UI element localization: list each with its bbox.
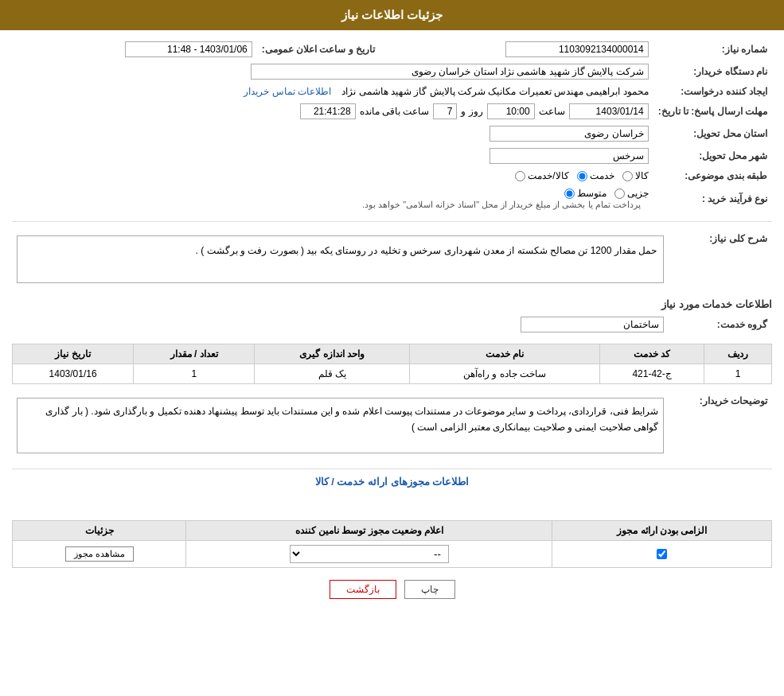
permit-status-row: --: [193, 545, 545, 563]
process-radio-juzyi[interactable]: [614, 189, 625, 199]
description-table: شرح کلی نیاز: حمل مقدار 1200 تن مصالح شک…: [12, 228, 772, 290]
response-remaining-label: ساعت باقی مانده: [360, 106, 430, 117]
permits-table-body: -- مشاهده مجوز: [13, 541, 772, 568]
response-days: 7: [433, 103, 457, 119]
process-label-juzyi: جزیی: [627, 188, 649, 199]
process-option-juzyi: جزیی: [614, 188, 649, 199]
permit-status-select[interactable]: --: [290, 545, 449, 563]
col-row: ردیف: [704, 344, 772, 364]
table-row: نام دستگاه خریدار: شرکت پالایش گاز شهید …: [12, 60, 772, 83]
response-days-label: روز و: [461, 106, 482, 117]
process-label: نوع فرآیند خرید :: [653, 185, 772, 213]
col-qty: تعداد / مقدار: [134, 344, 255, 364]
table-row: -- مشاهده مجوز: [13, 541, 772, 568]
table-row: شرح کلی نیاز: حمل مقدار 1200 تن مصالح شک…: [12, 228, 772, 290]
province-label: استان محل تحویل:: [653, 122, 772, 145]
process-radio-mutawasat[interactable]: [564, 189, 575, 199]
print-button[interactable]: چاپ: [404, 580, 455, 599]
table-row: شماره نیاز: 1103092134000014 تاریخ و ساع…: [12, 38, 772, 60]
info-table: شماره نیاز: 1103092134000014 تاریخ و ساع…: [12, 38, 772, 213]
col-date: تاریخ نیاز: [13, 344, 134, 364]
services-table-body: 1 ج-42-421 ساخت جاده و راه‌آهن یک قلم 1 …: [13, 364, 772, 384]
category-label: طبقه بندی موضوعی:: [653, 167, 772, 185]
table-row: گروه خدمت: ساختمان: [12, 313, 772, 336]
process-note: پرداخت تمام یا بخشی از مبلغ خریدار از مح…: [362, 200, 641, 209]
buyer-notes-table: توضیحات خریدار: شرایط فنی، قراردادی، پرد…: [12, 391, 772, 461]
service-code-1: ج-42-421: [600, 364, 704, 384]
process-radio-group: متوسط جزیی: [17, 188, 649, 199]
permits-table: الزامی بودن ارائه مجوز اعلام وضعیت مجوز …: [12, 520, 772, 568]
creator-value: محمود ابراهیمی مهندس تعمیرات مکانیک شرکت…: [341, 86, 648, 97]
permits-section-label: اطلاعات مجوزهای ارائه خدمت / کالا: [12, 469, 772, 488]
buyer-name-value: شرکت پالایش گاز شهید هاشمی نژاد استان خر…: [251, 64, 649, 80]
services-table-header: ردیف کد خدمت نام خدمت واحد اندازه گیری ت…: [13, 344, 772, 364]
response-time: 10:00: [487, 103, 535, 119]
service-qty-1: 1: [134, 364, 255, 384]
table-row: طبقه بندی موضوعی: کالا/خدمت خدمت کالا: [12, 167, 772, 185]
province-value: خراسان رضوی: [490, 126, 649, 142]
service-group-table: گروه خدمت: ساختمان: [12, 313, 772, 336]
table-row: توضیحات خریدار: شرایط فنی، قراردادی، پرد…: [12, 391, 772, 461]
buyer-notes-value: شرایط فنی، قراردادی، پرداخت و سایر موضوع…: [17, 398, 664, 453]
city-value: سرخس: [490, 148, 649, 164]
divider-1: [12, 221, 772, 222]
need-number-label: شماره نیاز:: [653, 38, 772, 60]
back-button[interactable]: بازگشت: [330, 580, 396, 599]
permit-required-1: [552, 541, 772, 568]
process-label-mutawasat: متوسط: [577, 188, 607, 199]
category-radio-group: کالا/خدمت خدمت کالا: [17, 170, 649, 181]
permit-required-checkbox[interactable]: [657, 549, 667, 559]
need-number-value: 1103092134000014: [505, 41, 649, 57]
service-unit-1: یک قلم: [255, 364, 410, 384]
category-option-kala-khedmat: کالا/خدمت: [515, 170, 568, 181]
announce-datetime-value: 1403/01/06 - 11:48: [125, 41, 252, 57]
permit-details-1: مشاهده مجوز: [13, 541, 186, 568]
permits-col-details: جزئیات: [13, 521, 186, 541]
contact-link[interactable]: اطلاعات تماس خریدار: [244, 86, 331, 97]
service-group-label: گروه خدمت:: [669, 313, 772, 336]
response-remaining: 21:41:28: [300, 103, 356, 119]
table-row: ردیف کد خدمت نام خدمت واحد اندازه گیری ت…: [13, 344, 772, 364]
table-row: 1 ج-42-421 ساخت جاده و راه‌آهن یک قلم 1 …: [13, 364, 772, 384]
buyer-name-label: نام دستگاه خریدار:: [653, 60, 772, 83]
service-date-1: 1403/01/16: [13, 364, 134, 384]
category-label-khedmat: خدمت: [590, 170, 614, 181]
description-label: شرح کلی نیاز:: [669, 228, 772, 290]
permits-col-required: الزامی بودن ارائه مجوز: [552, 521, 772, 541]
page-title: جزئیات اطلاعات نیاز: [341, 8, 443, 21]
category-label-kala: کالا: [635, 170, 649, 181]
permits-col-status: اعلام وضعیت مجوز توسط نامین کننده: [186, 521, 552, 541]
col-name: نام خدمت: [410, 344, 600, 364]
table-row: الزامی بودن ارائه مجوز اعلام وضعیت مجوز …: [13, 521, 772, 541]
announce-datetime-label: تاریخ و ساعت اعلان عمومی:: [257, 38, 380, 60]
table-row: استان محل تحویل: خراسان رضوی: [12, 122, 772, 145]
col-unit: واحد اندازه گیری: [255, 344, 410, 364]
button-row: چاپ بازگشت: [12, 580, 772, 599]
buyer-notes-label: توضیحات خریدار:: [669, 391, 772, 461]
spacer: [12, 492, 772, 516]
category-radio-kala[interactable]: [622, 171, 633, 181]
table-row: ایجاد کننده درخواست: محمود ابراهیمی مهند…: [12, 83, 772, 100]
page-header: جزئیات اطلاعات نیاز: [0, 0, 784, 30]
category-radio-kala-khedmat[interactable]: [515, 171, 525, 181]
category-radio-khedmat[interactable]: [577, 171, 587, 181]
service-group-value: ساختمان: [521, 317, 664, 332]
permit-status-1: --: [186, 541, 552, 568]
permit-checkbox-container: [559, 549, 765, 559]
city-label: شهر محل تحویل:: [653, 145, 772, 167]
date-row: 1403/01/14 ساعت 10:00 روز و 7 ساعت باقی …: [17, 103, 649, 119]
services-section-label: اطلاعات خدمات مورد نیاز: [12, 298, 772, 310]
service-row-1: 1: [704, 364, 772, 384]
main-content: شماره نیاز: 1103092134000014 تاریخ و ساع…: [0, 30, 784, 619]
table-row: نوع فرآیند خرید : متوسط جزیی پرداخت: [12, 185, 772, 213]
response-date: 1403/01/14: [569, 103, 649, 119]
process-option-mutawasat: متوسط: [564, 188, 607, 199]
page-container: جزئیات اطلاعات نیاز شماره نیاز: 11030921…: [0, 0, 784, 696]
view-permit-button[interactable]: مشاهده مجوز: [65, 546, 134, 562]
creator-label: ایجاد کننده درخواست:: [653, 83, 772, 100]
table-row: مهلت ارسال پاسخ: تا تاریخ: 1403/01/14 سا…: [12, 100, 772, 122]
service-name-1: ساخت جاده و راه‌آهن: [410, 364, 600, 384]
col-code: کد خدمت: [600, 344, 704, 364]
description-value: حمل مقدار 1200 تن مصالح شکسته از معدن شه…: [17, 235, 664, 283]
category-option-khedmat: خدمت: [577, 170, 614, 181]
